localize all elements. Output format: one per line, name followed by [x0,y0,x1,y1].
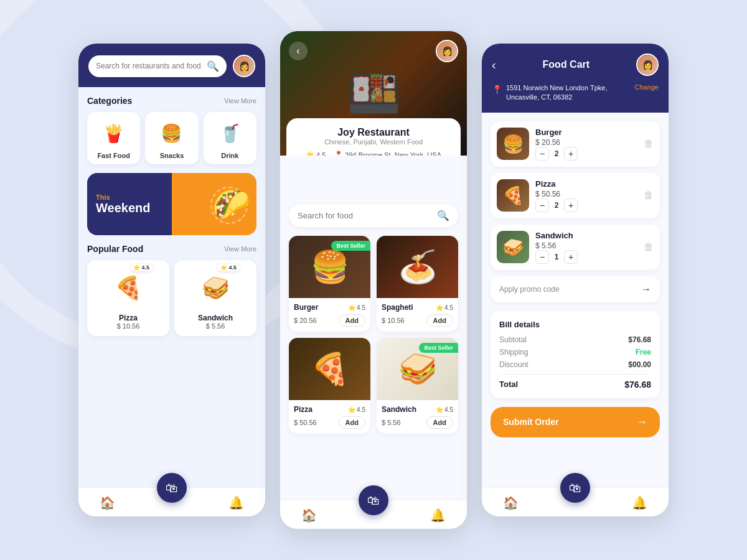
cart-nav-button[interactable]: 🛍 [157,473,187,503]
restaurant-search-bar[interactable]: 🔍 [88,55,227,77]
cart-pizza-price: $ 50.56 [535,190,637,198]
search-icon: 🔍 [207,60,219,72]
cart-item-burger: 🍔 Burger $ 20.56 − 2 + 🗑 [491,121,660,167]
banner-this-text: This [96,194,210,201]
cart-burger-controls: − 2 + [535,147,637,161]
sandwich-delete-button[interactable]: 🗑 [644,241,654,253]
pizza-delete-button[interactable]: 🗑 [644,190,654,201]
phone2-body: 🔍 🍔 Best Seller Burger ⭐ 4.5 [280,156,467,500]
promo-code-row[interactable]: Apply promo code → [491,276,660,302]
cart-nav-button[interactable]: 🛍 [560,473,590,503]
spagheti-rating: ⭐ 4.5 [436,304,453,311]
home-nav-icon[interactable]: 🏠 [301,508,317,523]
weekend-banner: This Weekend UP TO 50% OFF 🌮 [87,173,256,235]
food-card-burger[interactable]: 🍔 Best Seller Burger ⭐ 4.5 $ 20.56 Add [289,236,370,332]
banner-left: This Weekend [96,194,210,215]
drink-label: Drink [209,152,251,159]
pizza-increase-button[interactable]: + [564,198,578,212]
cart-nav-button[interactable]: 🛍 [359,485,388,515]
pizza-decrease-button[interactable]: − [535,198,549,212]
cart-icon: 🛍 [166,481,178,495]
star-icon: ⭐ [306,151,314,156]
burger-add-button[interactable]: Add [339,314,365,327]
bell-nav-icon[interactable]: 🔔 [632,495,647,510]
bell-nav-icon[interactable]: 🔔 [228,495,244,510]
spagheti-add-button[interactable]: Add [426,314,453,327]
food-card-pizza[interactable]: 🍕 Pizza ⭐ 4.5 $ 50.56 Add [289,338,370,434]
cart-burger-details: Burger $ 20.56 − 2 + [535,128,637,161]
restaurant-cuisine: Chinese, Punjabi, Western Food [295,138,452,146]
back-button[interactable]: ‹ [289,42,308,60]
pizza-rating: ⭐ 4.5 [348,406,365,413]
category-fastfood[interactable]: 🍟 Fast Food [87,112,140,164]
categories-section-header: Categories View More [87,96,256,106]
submit-order-button[interactable]: Submit Order → [491,407,660,437]
pizza-info: Pizza ⭐ 4.5 $ 50.56 Add [289,400,370,434]
food-grid: 🍔 Best Seller Burger ⭐ 4.5 $ 20.56 Add [289,236,458,434]
change-address-button[interactable]: Change [634,83,659,91]
pizza-image: 🍕 [289,338,370,400]
food-search-input[interactable] [298,211,432,220]
cart-avatar[interactable]: 👩 [636,54,659,76]
burger-name: Burger [294,303,318,312]
pizza-name: Pizza [93,314,163,322]
total-label: Total [499,380,518,390]
categories-grid: 🍟 Fast Food 🍔 Snacks 🥤 Drink [87,112,256,164]
phone1-bottom-nav: 🏠 🔔 🛍 [78,487,265,516]
bill-subtotal-row: Subtotal $76.68 [499,335,651,344]
submit-arrow-icon: → [636,416,647,429]
subtotal-value: $76.68 [628,335,651,344]
pizza-quantity: 2 [553,201,560,210]
restaurant-info-card: Joy Restaurant Chinese, Punjabi, Western… [286,118,461,156]
burger-decrease-button[interactable]: − [535,147,549,161]
cart-sandwich-controls: − 1 + [535,250,637,264]
pizza-price: $ 10.56 [93,322,163,330]
bell-nav-icon[interactable]: 🔔 [430,508,446,523]
food-card-spagheti[interactable]: 🍝 Spagheti ⭐ 4.5 $ 10.56 Add [377,236,458,332]
phone3-header: ‹ Food Cart 👩 📍 1591 Norwich New London … [482,44,669,113]
restaurant-name: Joy Restaurant [295,127,452,138]
phone2-bottom-nav: 🏠 🔔 🛍 [280,500,467,529]
restaurant-avatar[interactable]: 👩 [436,40,458,62]
bill-divider [499,374,651,375]
restaurant-rating: ⭐ 4.5 [306,151,326,156]
restaurant-nav: ‹ 👩 [289,40,458,62]
sandwich-add-button[interactable]: Add [426,416,453,429]
category-snacks[interactable]: 🍔 Snacks [145,112,198,164]
popular-section-header: Popular Food View More [87,244,256,254]
popular-item-pizza[interactable]: 🍕 ⭐ 4.5 Pizza $ 10.56 [87,260,169,336]
home-nav-icon[interactable]: 🏠 [503,495,519,510]
category-drink[interactable]: 🥤 Drink [204,112,256,164]
burger-info: Burger ⭐ 4.5 $ 20.56 Add [289,298,370,332]
avatar[interactable]: 👩 [233,55,255,77]
spagheti-price: $ 10.56 [382,317,405,324]
food-search-bar[interactable]: 🔍 [289,204,458,227]
sandwich-rating: ⭐ 4.5 [217,264,240,271]
sandwich-increase-button[interactable]: + [564,250,578,264]
restaurant-search-input[interactable] [96,62,202,70]
restaurant-header: 🍱 ‹ 👩 Joy Restaurant Chinese, Punjabi, W… [280,31,467,156]
submit-order-label: Submit Order [503,417,558,427]
food-card-sandwich[interactable]: 🥪 Best Seller Sandwich ⭐ 4.5 $ 5.56 Add [377,338,458,434]
home-nav-icon[interactable]: 🏠 [100,495,115,510]
pizza-rating: ⭐ 4.5 [130,264,153,271]
snacks-label: Snacks [150,152,193,159]
categories-view-more[interactable]: View More [224,97,256,105]
sandwich-decrease-button[interactable]: − [535,250,549,264]
restaurant-address: 📍 394 Broome St, New York, USA [334,151,441,156]
burger-increase-button[interactable]: + [564,147,578,161]
sandwich-name: Sandwich [181,314,250,322]
popular-item-sandwich[interactable]: 🥪 ⭐ 4.5 Sandwich $ 5.56 [174,260,256,336]
fastfood-label: Fast Food [92,152,135,159]
spagheti-image: 🍝 [377,236,458,298]
pizza-name: Pizza [294,405,312,414]
burger-delete-button[interactable]: 🗑 [644,138,654,149]
popular-view-more[interactable]: View More [224,245,256,253]
categories-title: Categories [87,96,132,106]
bill-shipping-row: Shipping Free [499,348,651,357]
restaurant-meta: ⭐ 4.5 📍 394 Broome St, New York, USA [295,151,452,156]
pizza-add-button[interactable]: Add [339,416,365,429]
cart-back-button[interactable]: ‹ [492,58,496,72]
spagheti-name: Spagheti [382,303,413,312]
location-pin-icon: 📍 [492,85,502,95]
